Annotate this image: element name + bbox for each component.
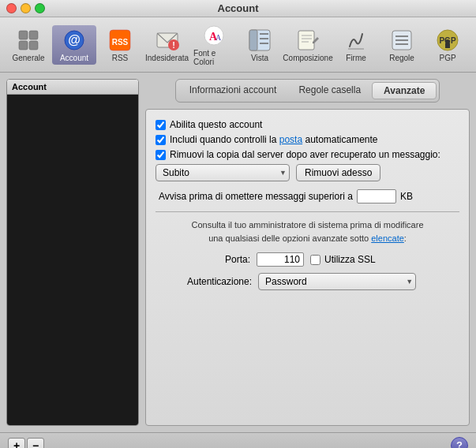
- toolbar-label-regole: Regole: [389, 54, 414, 62]
- toolbar-item-firme[interactable]: Firme: [334, 25, 378, 65]
- firme-icon: [343, 28, 369, 53]
- checkbox-rimuovi-row: Rimuovi la copia dal server dopo aver re…: [156, 149, 459, 160]
- indesiderata-icon: !: [155, 28, 180, 53]
- select-when[interactable]: Subito Dopo una settimana Mai: [156, 164, 290, 181]
- toolbar-label-indesiderata: Indesiderata: [145, 54, 189, 62]
- toolbar-label-account: Account: [60, 54, 88, 62]
- kb-unit: KB: [400, 191, 413, 202]
- select-when-wrapper: Subito Dopo una settimana Mai ▼: [156, 164, 290, 181]
- kb-label: Avvisa prima di omettere messaggi superi…: [159, 191, 353, 202]
- ssl-label: Utilizza SSL: [324, 254, 376, 265]
- checkbox-abilita-label: Abilita questo account: [170, 119, 262, 130]
- toolbar-item-regole[interactable]: Regole: [380, 25, 424, 65]
- info-text: Consulta il tuo amministratore di sistem…: [156, 218, 459, 245]
- toolbar-item-vista[interactable]: Vista: [238, 25, 282, 65]
- svg-point-30: [445, 39, 450, 44]
- window-controls: [6, 3, 45, 13]
- main-area: Account Informazioni account Regole case…: [0, 73, 476, 432]
- right-panel: Informazioni account Regole casella Avan…: [145, 73, 476, 432]
- composizione-icon: [295, 28, 320, 53]
- sidebar-header: Account: [7, 80, 138, 95]
- generale-icon: [16, 28, 41, 53]
- account-icon: @: [62, 28, 87, 53]
- pgp-icon: PGP: [435, 28, 460, 53]
- maximize-button[interactable]: [35, 3, 45, 13]
- vista-icon: [247, 28, 272, 53]
- checkbox-abilita[interactable]: [156, 120, 166, 130]
- auth-label: Autenticazione:: [187, 276, 252, 287]
- checkbox-rimuovi-label: Rimuovi la copia dal server dopo aver re…: [170, 149, 440, 160]
- ssl-row: Utilizza SSL: [310, 254, 376, 265]
- toolbar: Generale @ Account RSS RSS !: [0, 17, 476, 73]
- bottom-controls: + −: [8, 438, 44, 449]
- svg-rect-0: [19, 31, 28, 39]
- font-icon: A A: [201, 23, 227, 48]
- divider: [156, 211, 459, 212]
- checkbox-rimuovi[interactable]: [156, 150, 166, 160]
- tab-regole-casella[interactable]: Regole casella: [287, 82, 372, 99]
- add-account-button[interactable]: +: [8, 438, 25, 449]
- toolbar-label-firme: Firme: [346, 54, 366, 62]
- toolbar-item-composizione[interactable]: Composizione: [283, 25, 332, 65]
- svg-rect-15: [249, 30, 257, 50]
- tab-avanzate[interactable]: Avanzate: [372, 82, 437, 99]
- tab-informazioni[interactable]: Informazioni account: [178, 82, 288, 99]
- title-bar: Account: [0, 0, 476, 17]
- tabs-container: Informazioni account Regole casella Avan…: [175, 79, 440, 103]
- toolbar-item-indesiderata[interactable]: ! Indesiderata: [144, 25, 190, 65]
- toolbar-item-rss[interactable]: RSS RSS: [98, 25, 142, 65]
- window-title: Account: [218, 2, 259, 14]
- svg-rect-19: [298, 31, 314, 50]
- toolbar-item-generale[interactable]: Generale: [6, 25, 51, 65]
- rimuovi-adesso-button[interactable]: Rimuovi adesso: [296, 164, 380, 181]
- kb-row: Avvisa prima di omettere messaggi superi…: [156, 189, 459, 203]
- bottom-bar: + − ?: [0, 432, 476, 448]
- sidebar-content: [7, 95, 138, 425]
- toolbar-label-generale: Generale: [12, 54, 44, 62]
- toolbar-item-account[interactable]: @ Account: [52, 25, 96, 65]
- port-row: Porta: Utilizza SSL: [156, 252, 459, 267]
- rss-icon: RSS: [107, 28, 133, 53]
- kb-input[interactable]: [357, 189, 396, 203]
- svg-text:RSS: RSS: [112, 38, 129, 47]
- regole-icon: [389, 28, 414, 53]
- toolbar-label-composizione: Composizione: [283, 54, 332, 62]
- port-input[interactable]: [257, 252, 304, 267]
- svg-rect-2: [19, 41, 28, 50]
- svg-rect-3: [29, 41, 38, 50]
- remove-account-button[interactable]: −: [27, 438, 44, 449]
- toolbar-label-pgp: PGP: [439, 54, 455, 62]
- svg-text:@: @: [68, 33, 81, 47]
- toolbar-item-font[interactable]: A A Font e Colori: [192, 21, 236, 69]
- toolbar-label-vista: Vista: [251, 54, 268, 62]
- checkbox-includi-row: Includi quando controlli la posta automa…: [156, 134, 459, 145]
- ssl-checkbox[interactable]: [310, 255, 320, 265]
- help-button[interactable]: ?: [451, 437, 468, 449]
- auth-row: Autenticazione: Password APOP Kerberos N…: [156, 273, 459, 290]
- checkbox-includi[interactable]: [156, 135, 166, 145]
- toolbar-label-rss: RSS: [112, 54, 129, 62]
- svg-text:!: !: [172, 40, 175, 50]
- toolbar-item-pgp[interactable]: PGP PGP: [425, 25, 470, 65]
- svg-rect-1: [29, 31, 38, 39]
- sidebar: Account: [6, 79, 139, 426]
- checkbox-abilita-row: Abilita questo account: [156, 119, 459, 130]
- close-button[interactable]: [6, 3, 17, 13]
- select-when-row: Subito Dopo una settimana Mai ▼ Rimuovi …: [156, 164, 459, 181]
- svg-text:A: A: [216, 33, 222, 42]
- content-panel: Abilita questo account Includi quando co…: [145, 109, 470, 426]
- auth-select-wrapper: Password APOP Kerberos NTLM MD5 ▼: [258, 273, 416, 290]
- auth-select[interactable]: Password APOP Kerberos NTLM MD5: [258, 273, 416, 290]
- port-label: Porta:: [187, 254, 250, 265]
- checkbox-includi-label: Includi quando controlli la posta automa…: [170, 134, 378, 145]
- minimize-button[interactable]: [21, 3, 31, 13]
- toolbar-label-font: Font e Colori: [193, 49, 234, 66]
